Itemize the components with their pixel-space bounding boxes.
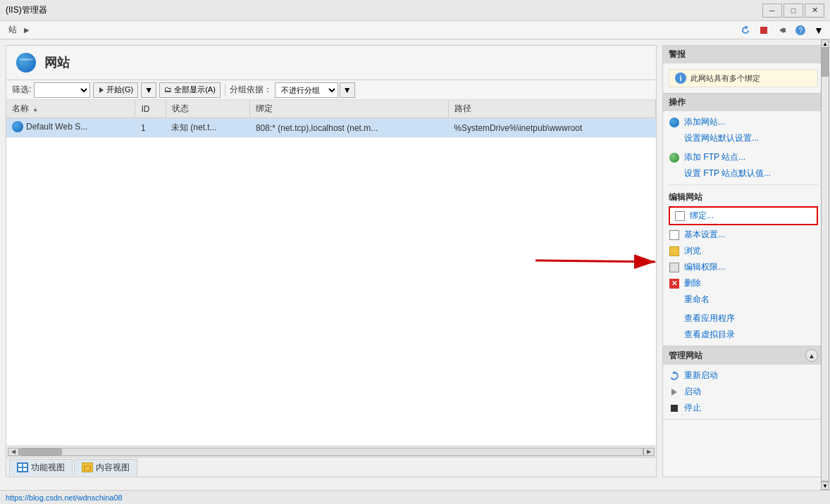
action-restart[interactable]: 重新启动 xyxy=(669,367,818,384)
tab-feature-view[interactable]: 功能视图 xyxy=(9,459,73,476)
action-set-ftp-default[interactable]: 设置 FTP 站点默认值... xyxy=(669,165,818,182)
cell-status: 未知 (net.t... xyxy=(166,118,250,138)
svg-rect-9 xyxy=(85,466,90,471)
table-header-row: 名称 ▲ ID 状态 绑定 路径 xyxy=(6,100,656,118)
status-bar: https://blog.csdn.net/wdnschina08 xyxy=(0,490,830,504)
minimize-button[interactable]: ─ xyxy=(762,4,782,18)
filter-select[interactable] xyxy=(34,82,90,98)
actions-header: 操作 xyxy=(663,94,824,111)
svg-rect-0 xyxy=(760,27,767,34)
help-toolbar-btn[interactable]: ? xyxy=(792,23,809,38)
manage-content: 重新启动 启动 停止 xyxy=(663,365,824,419)
stop-toolbar-btn[interactable] xyxy=(755,23,772,38)
tab-feature-label: 功能视图 xyxy=(31,462,65,474)
filter-bar: 筛选: 开始(G) ▼ 🗂 全部显示(A) 分组依据： 不进行分组 ▼ xyxy=(6,80,656,100)
col-status[interactable]: 状态 xyxy=(166,100,250,118)
add-ftp-label: 添加 FTP 站点... xyxy=(684,151,745,163)
info-icon: i xyxy=(675,73,686,84)
panel-title: 网站 xyxy=(44,54,70,71)
action-view-apps[interactable]: 查看应用程序 xyxy=(669,310,818,327)
menu-arrow: ▶ xyxy=(24,26,30,34)
content-view-icon xyxy=(82,462,93,472)
alert-header: 警报 xyxy=(663,46,824,63)
cell-binding: 808:* (net.tcp),localhost (net.m... xyxy=(250,118,448,138)
svg-rect-1 xyxy=(783,28,786,32)
add-ftp-icon xyxy=(669,152,680,163)
sort-arrow-name: ▲ xyxy=(32,106,38,113)
tab-content-view[interactable]: 内容视图 xyxy=(74,459,137,476)
action-browse[interactable]: 浏览 xyxy=(669,243,818,259)
col-path[interactable]: 路径 xyxy=(448,100,655,118)
show-all-button[interactable]: 🗂 全部显示(A) xyxy=(159,82,221,98)
table-row[interactable]: Default Web S... 1 未知 (net.t... 808:* (n… xyxy=(6,118,656,138)
status-url: https://blog.csdn.net/wdnschina08 xyxy=(6,493,123,502)
start-button[interactable]: 开始(G) xyxy=(93,82,138,98)
edit-permissions-label: 编辑权限... xyxy=(684,261,725,273)
restart-icon xyxy=(669,370,680,382)
group-by-select[interactable]: 不进行分组 xyxy=(275,82,338,98)
stop-site-label: 停止 xyxy=(684,402,701,414)
action-add-website[interactable]: 添加网站... xyxy=(669,114,818,130)
col-id[interactable]: ID xyxy=(135,100,166,118)
set-ftp-default-icon xyxy=(669,168,680,179)
scroll-right-arrow[interactable]: ▶ xyxy=(643,448,655,456)
action-stop[interactable]: 停止 xyxy=(669,400,818,416)
action-start[interactable]: 启动 xyxy=(669,384,818,400)
svg-text:?: ? xyxy=(799,27,803,34)
alert-content: i 此网站具有多个绑定 xyxy=(663,63,824,93)
website-table-container[interactable]: 名称 ▲ ID 状态 绑定 路径 Default Web S... xyxy=(6,100,656,446)
set-default-icon xyxy=(669,133,680,144)
svg-rect-5 xyxy=(18,464,22,467)
filter-label: 筛选: xyxy=(12,84,31,96)
scroll-left-arrow[interactable]: ◀ xyxy=(8,448,19,456)
set-ftp-default-label: 设置 FTP 站点默认值... xyxy=(684,168,771,179)
separator xyxy=(225,84,225,96)
dropdown-toolbar-btn[interactable]: ▼ xyxy=(810,23,827,38)
col-name[interactable]: 名称 ▲ xyxy=(6,100,135,118)
action-edit-permissions[interactable]: 编辑权限... xyxy=(669,259,818,275)
bindings-icon xyxy=(674,210,686,222)
close-button[interactable]: ✕ xyxy=(805,4,824,18)
cell-id: 1 xyxy=(135,118,166,138)
action-delete[interactable]: ✕ 删除 xyxy=(669,275,818,291)
show-all-label: 🗂 全部显示(A) xyxy=(164,84,216,95)
edit-website-subheader: 编辑网站 xyxy=(669,190,818,205)
left-panel: 网站 筛选: 开始(G) ▼ 🗂 全部显示(A) 分组依据： 不进行分组 ▼ xyxy=(6,45,657,477)
refresh-toolbar-btn[interactable] xyxy=(737,23,754,38)
manage-section: 管理网站 ▲ 重新启动 xyxy=(663,346,824,420)
restart-label: 重新启动 xyxy=(684,370,718,382)
panel-header: 网站 xyxy=(6,46,656,80)
action-rename[interactable]: 重命名 xyxy=(669,291,818,308)
group-by-label: 分组依据： xyxy=(230,84,272,96)
scroll-track[interactable] xyxy=(821,48,824,477)
toolbar-right: ? ▼ xyxy=(737,23,827,38)
action-set-default[interactable]: 设置网站默认设置... xyxy=(669,130,818,146)
start-dropdown-arrow[interactable]: ▼ xyxy=(141,82,156,98)
tab-content-label: 内容视图 xyxy=(96,462,130,474)
action-view-vdirs[interactable]: 查看虚拟目录 xyxy=(669,327,818,343)
stop-site-icon xyxy=(669,403,680,414)
view-apps-icon xyxy=(669,313,680,325)
col-binding[interactable]: 绑定 xyxy=(250,100,448,118)
actions-content: 添加网站... 设置网站默认设置... 添加 FTP 站点... xyxy=(663,111,824,346)
delete-icon: ✕ xyxy=(669,278,680,289)
add-website-label: 添加网站... xyxy=(684,116,725,128)
action-add-ftp[interactable]: 添加 FTP 站点... xyxy=(669,149,818,165)
menu-item-station[interactable]: 站 xyxy=(3,23,23,37)
maximize-button[interactable]: □ xyxy=(783,4,803,18)
back-toolbar-btn[interactable] xyxy=(774,23,791,38)
title-bar: (IIS)管理器 ─ □ ✕ xyxy=(0,0,830,21)
action-basic-settings[interactable]: 基本设置... xyxy=(669,227,818,243)
horizontal-scrollbar[interactable]: ◀ ▶ xyxy=(6,446,656,457)
group-dropdown-arrow[interactable]: ▼ xyxy=(340,82,355,98)
row-globe-icon xyxy=(12,121,23,132)
toggle-manage-btn[interactable]: ▲ xyxy=(805,349,818,362)
view-vdirs-label: 查看虚拟目录 xyxy=(684,329,735,341)
view-apps-label: 查看应用程序 xyxy=(684,313,735,325)
action-bindings[interactable]: 绑定... xyxy=(669,206,818,225)
scroll-thumb[interactable] xyxy=(822,49,824,77)
scrollbar-track[interactable] xyxy=(19,448,643,456)
right-scrollbar[interactable]: ▲ ▼ xyxy=(820,45,824,477)
scrollbar-thumb[interactable] xyxy=(20,448,62,455)
right-scroll-area[interactable]: 警报 i 此网站具有多个绑定 操作 添加网站... xyxy=(663,46,824,477)
